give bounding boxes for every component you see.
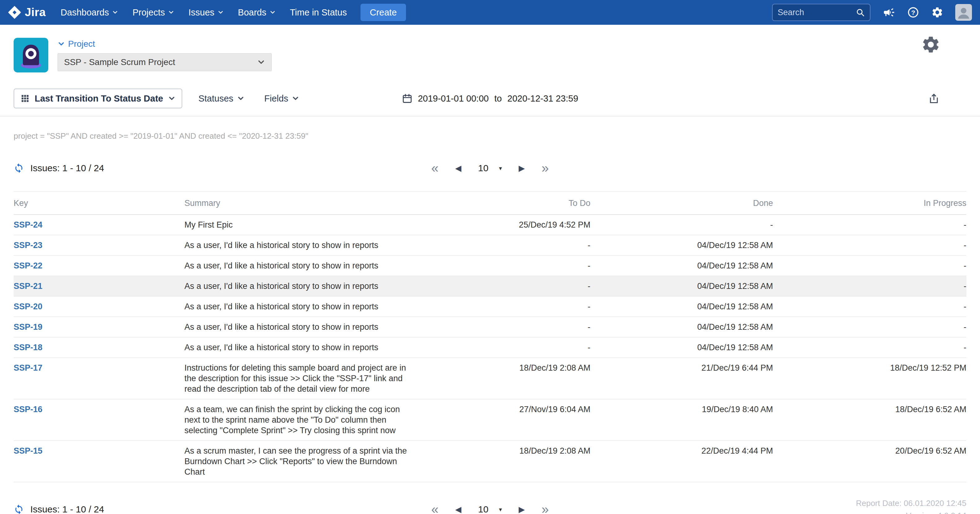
issue-done-date-cell: 19/Dec/19 8:40 AM [590, 399, 773, 441]
search-input[interactable] [778, 8, 856, 18]
jira-logo[interactable]: Jira [8, 6, 46, 19]
issue-todo-date-cell: 27/Nov/19 6:04 AM [432, 399, 590, 441]
issue-summary-cell: As a user, I'd like a historical story t… [185, 296, 432, 317]
issue-key-link[interactable]: SSP-18 [14, 343, 42, 352]
dropdown-caret-icon: ▾ [499, 506, 502, 513]
nav-item-dashboards[interactable]: Dashboards [60, 8, 118, 18]
next-page-button[interactable]: ▶ [519, 505, 525, 513]
issue-done-date-cell: - [590, 215, 773, 235]
page-size-select[interactable]: 10 ▾ [478, 163, 502, 173]
top-pagination-bar: Issues: 1 - 10 / 24 « ◀ 10 ▾ ▶ » [14, 157, 966, 179]
next-page-button[interactable]: ▶ [519, 164, 525, 172]
pagination: « ◀ 10 ▾ ▶ » [431, 162, 549, 175]
statuses-label: Statuses [198, 94, 233, 104]
nav-item-boards[interactable]: Boards [238, 8, 276, 18]
pagination: « ◀ 10 ▾ ▶ » [431, 503, 549, 514]
fields-dropdown[interactable]: Fields [264, 94, 299, 104]
issue-todo-date-cell: - [432, 276, 590, 296]
issue-inprogress-date-cell: - [773, 276, 966, 296]
jql-query-text: project = "SSP" AND created >= "2019-01-… [14, 131, 966, 141]
page-size-value: 10 [478, 163, 488, 173]
issue-inprogress-date-cell: - [773, 255, 966, 276]
nav-item-issues[interactable]: Issues [188, 8, 224, 18]
prev-page-button[interactable]: ◀ [455, 164, 461, 172]
chevron-down-icon [112, 9, 118, 16]
help-icon[interactable] [907, 6, 920, 19]
report-settings-gear-icon[interactable] [921, 35, 941, 54]
issue-done-date-cell: 04/Dec/19 12:58 AM [590, 235, 773, 255]
issue-key-link[interactable]: SSP-24 [14, 220, 42, 230]
issue-key-link[interactable]: SSP-20 [14, 302, 42, 311]
user-avatar[interactable] [955, 4, 972, 21]
nav-item-label: Boards [238, 8, 266, 18]
chevron-down-icon [257, 58, 265, 66]
issue-key-link[interactable]: SSP-15 [14, 446, 42, 455]
statuses-dropdown[interactable]: Statuses [198, 94, 245, 104]
chevron-down-icon [292, 95, 299, 102]
issue-key-link[interactable]: SSP-22 [14, 261, 42, 270]
last-page-button[interactable]: » [541, 503, 549, 514]
fields-label: Fields [264, 94, 288, 104]
issue-done-date-cell: 22/Dec/19 4:44 PM [590, 441, 773, 482]
last-page-button[interactable]: » [541, 162, 549, 175]
issue-todo-date-cell: 18/Dec/19 2:08 AM [432, 441, 590, 482]
issue-key-cell: SSP-17 [14, 358, 185, 399]
project-select[interactable]: SSP - Sample Scrum Project [57, 53, 272, 71]
first-page-button[interactable]: « [431, 162, 439, 175]
issue-key-link[interactable]: SSP-21 [14, 281, 42, 291]
prev-page-button[interactable]: ◀ [455, 505, 461, 513]
page-size-select[interactable]: 10 ▾ [478, 504, 502, 514]
first-page-button[interactable]: « [431, 503, 439, 514]
create-button[interactable]: Create [361, 4, 406, 21]
issue-inprogress-date-cell: 20/Dec/19 6:52 AM [773, 441, 966, 482]
issue-key-link[interactable]: SSP-19 [14, 322, 42, 332]
settings-gear-icon[interactable] [931, 6, 943, 19]
issue-todo-date-cell: - [432, 337, 590, 358]
issue-done-date-cell: 04/Dec/19 12:58 AM [590, 317, 773, 337]
issues-count: Issues: 1 - 10 / 24 [30, 504, 104, 514]
refresh-icon[interactable] [14, 163, 24, 173]
issue-inprogress-date-cell: - [773, 215, 966, 235]
issue-key-cell: SSP-16 [14, 399, 185, 441]
issue-todo-date-cell: - [432, 296, 590, 317]
report-date: Report Date: 06.01.2020 12:45 [856, 497, 966, 509]
column-header-key: Key [14, 192, 185, 215]
chevron-down-icon [218, 9, 224, 16]
issue-summary-cell: As a user, I'd like a historical story t… [185, 255, 432, 276]
project-selector-group: Project SSP - Sample Scrum Project [57, 38, 272, 72]
nav-item-label: Issues [188, 8, 215, 18]
search-icon[interactable] [856, 8, 865, 17]
feedback-megaphone-icon[interactable] [883, 6, 895, 19]
table-row: SSP-21As a user, I'd like a historical s… [14, 276, 966, 296]
table-row: SSP-18As a user, I'd like a historical s… [14, 337, 966, 358]
issue-key-link[interactable]: SSP-16 [14, 405, 42, 414]
search-box [772, 4, 870, 21]
nav-item-label: Projects [132, 8, 165, 18]
issue-todo-date-cell: - [432, 255, 590, 276]
report-toolbar: Last Transition To Status Date Statuses … [0, 89, 980, 109]
issue-done-date-cell: 21/Dec/19 6:44 PM [590, 358, 773, 399]
issue-key-link[interactable]: SSP-23 [14, 241, 42, 250]
issue-key-cell: SSP-18 [14, 337, 185, 358]
table-row: SSP-17Instructions for deleting this sam… [14, 358, 966, 399]
nav-item-projects[interactable]: Projects [132, 8, 174, 18]
date-range-picker[interactable]: 2019-01-01 00:00 to 2020-12-31 23:59 [402, 93, 578, 104]
export-icon[interactable] [928, 93, 940, 104]
issue-key-cell: SSP-22 [14, 255, 185, 276]
column-header-todo: To Do [432, 192, 590, 215]
project-dropdown-label[interactable]: Project [57, 39, 272, 49]
issue-inprogress-date-cell: - [773, 235, 966, 255]
refresh-icon[interactable] [14, 504, 24, 514]
issues-table: Key Summary To Do Done In Progress SSP-2… [14, 191, 966, 482]
issue-summary-cell: As a team, we can finish the sprint by c… [185, 399, 432, 441]
dropdown-caret-icon: ▾ [499, 165, 502, 172]
column-header-inprogress: In Progress [773, 192, 966, 215]
divider [0, 116, 980, 117]
nav-item-time-in-status[interactable]: Time in Status [290, 8, 347, 18]
issue-todo-date-cell: 25/Dec/19 4:52 PM [432, 215, 590, 235]
table-header-row: Key Summary To Do Done In Progress [14, 192, 966, 215]
page-size-value: 10 [478, 504, 488, 514]
issue-summary-cell: As a user, I'd like a historical story t… [185, 276, 432, 296]
report-type-dropdown[interactable]: Last Transition To Status Date [14, 89, 182, 109]
issue-key-link[interactable]: SSP-17 [14, 363, 42, 372]
